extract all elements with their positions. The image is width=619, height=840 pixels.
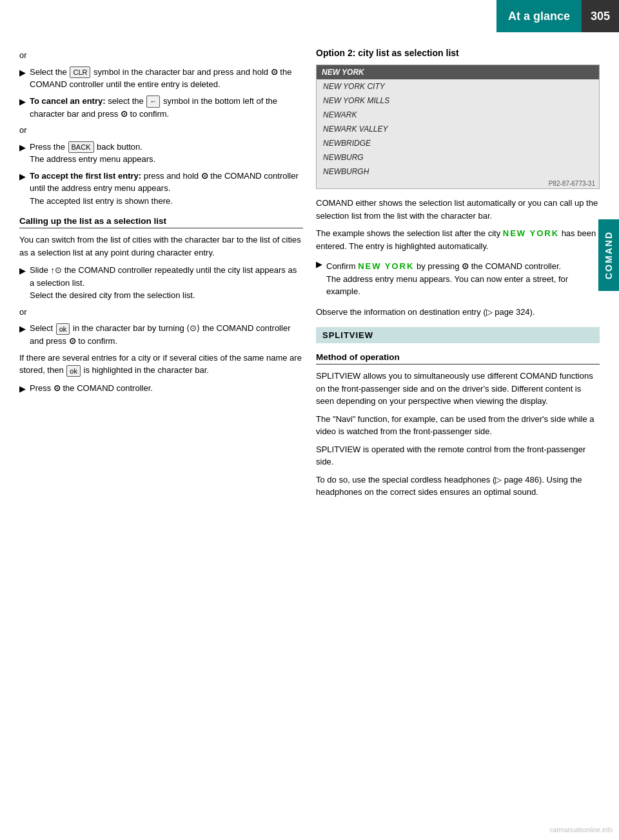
bullet-text-1: Select the CLR symbol in the character b… (30, 66, 303, 91)
header-bar: At a glance 305 (0, 0, 619, 32)
city-list-box: NEW YORK NEW YORK CITY NEW YORK MILLS NE… (316, 65, 600, 189)
bullet-text-5: Slide ↑⊙ the COMAND controller repeatedl… (30, 264, 303, 302)
option2-heading: Option 2: city list as selection list (316, 48, 600, 58)
right-column: Option 2: city list as selection list NE… (316, 45, 600, 504)
desc1: COMAND either shows the selection list a… (316, 197, 600, 222)
highlight-city-1: NEW YORK (503, 228, 559, 238)
clr-key: CLR (70, 66, 90, 79)
method-text-3: SPLITVIEW is operated with the remote co… (316, 443, 600, 468)
arrow-icon-confirm: ▶ (316, 258, 322, 302)
method-heading: Method of operation (316, 352, 600, 365)
ok-key-2: ok (66, 365, 81, 377)
bullet-text-3: Press the BACK back button.The address e… (30, 141, 303, 166)
city-list-item-7: NEWBURG (317, 150, 599, 165)
bullet-text-2: To cancel an entry: select the ← symbol … (30, 95, 303, 120)
bold-cancel: To cancel an entry: (30, 96, 106, 106)
or-1: or (19, 49, 303, 62)
or-2: or (19, 124, 303, 137)
highlight-city-2: NEW YORK (358, 261, 414, 271)
bullet-item-3: ▶ Press the BACK back button.The address… (19, 141, 303, 166)
bullet-item-1: ▶ Select the CLR symbol in the character… (19, 66, 303, 91)
arrow-icon-3: ▶ (19, 141, 26, 166)
header-title: At a glance (496, 0, 582, 32)
bullet-item-confirm: ▶ Confirm NEW YORK by pressing ⊙ the COM… (316, 257, 600, 302)
method-text-2: The "Navi" function, for example, can be… (316, 413, 600, 438)
city-list-item-selected: NEW YORK (317, 65, 599, 79)
bullet-text-6: Select ok in the character bar by turnin… (30, 322, 303, 347)
info-text: If there are several entries for a city … (19, 352, 303, 377)
arrow-icon-1: ▶ (19, 66, 26, 91)
back-key: BACK (68, 141, 94, 154)
or-3: or (19, 306, 303, 319)
bullet-item-7: ▶ Press ⊙ the COMAND controller. (19, 382, 303, 395)
method-text-1: SPLITVIEW allows you to simultaneously u… (316, 370, 600, 408)
bullet-text-4: To accept the first list entry: press an… (30, 170, 303, 208)
section-heading-1: Calling up the list as a selection list (19, 216, 303, 228)
city-list-item-2: NEW YORK CITY (317, 79, 599, 94)
method-text-4: To do so, use the special cordless headp… (316, 474, 600, 499)
city-list-item-3: NEW YORK MILLS (317, 94, 599, 108)
city-list-item-4: NEWARK (317, 108, 599, 122)
side-tab-comand: COMAND (598, 219, 619, 291)
splitview-label: SPLITVIEW (316, 327, 600, 343)
bullet-item-4: ▶ To accept the first list entry: press … (19, 170, 303, 208)
bullet-text-confirm: Confirm NEW YORK by pressing ⊙ the COMAN… (326, 260, 600, 298)
section1-text: You can switch from the list of cities w… (19, 234, 303, 259)
bold-accept: To accept the first list entry: (30, 171, 141, 181)
city-list-item-6: NEWBRIDGE (317, 136, 599, 150)
arrow-icon-4: ▶ (19, 170, 26, 208)
watermark: carmanualsonline.info (550, 826, 613, 834)
observe-text: Observe the information on destination e… (316, 306, 600, 319)
arrow-icon-2: ▶ (19, 95, 26, 120)
page-number: 305 (582, 0, 619, 32)
arrow-icon-5: ▶ (19, 265, 26, 302)
back-arrow-key: ← (146, 95, 160, 108)
bullet-item-2: ▶ To cancel an entry: select the ← symbo… (19, 95, 303, 120)
bullet-text-7: Press ⊙ the COMAND controller. (30, 382, 303, 395)
ok-key-1: ok (56, 323, 70, 335)
image-ref: P82-87-6773-31 (317, 179, 599, 188)
left-column: or ▶ Select the CLR symbol in the charac… (19, 45, 303, 504)
arrow-icon-6: ▶ (19, 323, 26, 347)
city-list-item-5: NEWARK VALLEY (317, 122, 599, 136)
city-list-item-8: NEWBURGH (317, 165, 599, 179)
desc2: The example shows the selection list aft… (316, 227, 600, 252)
main-content: or ▶ Select the CLR symbol in the charac… (0, 32, 619, 517)
header-title-area: At a glance 305 (496, 0, 619, 32)
bullet-item-5: ▶ Slide ↑⊙ the COMAND controller repeate… (19, 264, 303, 302)
bullet-item-6: ▶ Select ok in the character bar by turn… (19, 322, 303, 347)
arrow-icon-7: ▶ (19, 383, 26, 395)
